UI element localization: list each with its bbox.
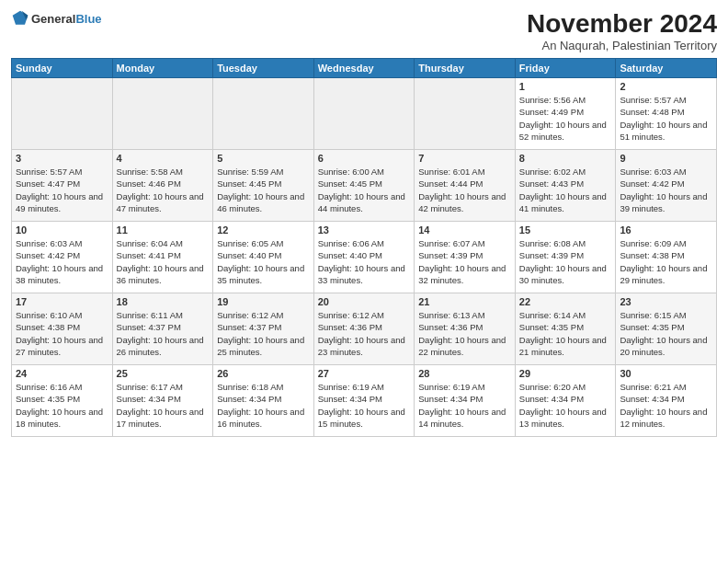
title-block: November 2024 An Naqurah, Palestinian Te… xyxy=(527,9,717,52)
calendar-cell-1-6: 9Sunrise: 6:03 AMSunset: 4:42 PMDaylight… xyxy=(616,150,717,222)
header-friday: Friday xyxy=(515,59,616,78)
header-wednesday: Wednesday xyxy=(313,59,415,78)
sunrise-text: Sunrise: 6:13 AM xyxy=(418,309,511,321)
sunrise-text: Sunrise: 5:58 AM xyxy=(117,166,210,178)
sunset-text: Sunset: 4:34 PM xyxy=(217,393,310,405)
sunrise-text: Sunrise: 6:06 AM xyxy=(318,237,411,249)
sunrise-text: Sunrise: 6:02 AM xyxy=(519,166,612,178)
cell-info: Sunrise: 6:07 AMSunset: 4:39 PMDaylight:… xyxy=(418,237,511,286)
calendar-cell-4-6: 30Sunrise: 6:21 AMSunset: 4:34 PMDayligh… xyxy=(616,365,717,437)
cell-info: Sunrise: 5:58 AMSunset: 4:46 PMDaylight:… xyxy=(117,166,210,214)
daylight-text: Daylight: 10 hours and 46 minutes. xyxy=(217,190,310,215)
cell-info: Sunrise: 6:09 AMSunset: 4:38 PMDaylight:… xyxy=(620,237,712,286)
calendar-cell-2-2: 12Sunrise: 6:05 AMSunset: 4:40 PMDayligh… xyxy=(213,222,314,293)
sunset-text: Sunset: 4:38 PM xyxy=(620,249,712,261)
calendar-cell-0-4 xyxy=(415,78,516,150)
day-number: 17 xyxy=(16,296,108,307)
daylight-text: Daylight: 10 hours and 44 minutes. xyxy=(318,190,411,215)
week-row-3: 10Sunrise: 6:03 AMSunset: 4:42 PMDayligh… xyxy=(12,222,717,293)
sunset-text: Sunset: 4:39 PM xyxy=(519,249,612,261)
cell-info: Sunrise: 6:08 AMSunset: 4:39 PMDaylight:… xyxy=(519,237,612,286)
daylight-text: Daylight: 10 hours and 15 minutes. xyxy=(318,406,411,431)
daylight-text: Daylight: 10 hours and 27 minutes. xyxy=(16,334,108,359)
daylight-text: Daylight: 10 hours and 12 minutes. xyxy=(620,406,712,431)
header-thursday: Thursday xyxy=(415,59,516,78)
sunrise-text: Sunrise: 6:05 AM xyxy=(217,237,310,249)
sunrise-text: Sunrise: 6:14 AM xyxy=(519,309,612,321)
sunrise-text: Sunrise: 5:57 AM xyxy=(16,166,108,178)
sunset-text: Sunset: 4:35 PM xyxy=(519,321,612,333)
cell-info: Sunrise: 6:13 AMSunset: 4:36 PMDaylight:… xyxy=(418,309,511,358)
daylight-text: Daylight: 10 hours and 17 minutes. xyxy=(117,406,210,431)
calendar-cell-3-2: 19Sunrise: 6:12 AMSunset: 4:37 PMDayligh… xyxy=(213,293,314,365)
day-number: 8 xyxy=(519,153,612,164)
cell-info: Sunrise: 6:03 AMSunset: 4:42 PMDaylight:… xyxy=(620,166,712,214)
sunrise-text: Sunrise: 6:09 AM xyxy=(620,237,712,249)
header-monday: Monday xyxy=(112,59,213,78)
calendar-cell-1-4: 7Sunrise: 6:01 AMSunset: 4:44 PMDaylight… xyxy=(415,150,516,222)
calendar-cell-0-6: 2Sunrise: 5:57 AMSunset: 4:48 PMDaylight… xyxy=(616,78,717,150)
daylight-text: Daylight: 10 hours and 26 minutes. xyxy=(117,334,210,359)
calendar-cell-1-3: 6Sunrise: 6:00 AMSunset: 4:45 PMDaylight… xyxy=(313,150,415,222)
day-number: 16 xyxy=(620,224,712,236)
sunrise-text: Sunrise: 6:07 AM xyxy=(418,237,511,249)
cell-info: Sunrise: 6:19 AMSunset: 4:34 PMDaylight:… xyxy=(318,381,411,430)
cell-info: Sunrise: 6:06 AMSunset: 4:40 PMDaylight:… xyxy=(318,237,411,286)
sunrise-text: Sunrise: 6:18 AM xyxy=(217,381,310,393)
cell-info: Sunrise: 6:16 AMSunset: 4:35 PMDaylight:… xyxy=(16,381,108,430)
sunrise-text: Sunrise: 6:03 AM xyxy=(16,237,108,249)
page-subtitle: An Naqurah, Palestinian Territory xyxy=(527,39,717,52)
sunrise-text: Sunrise: 6:21 AM xyxy=(620,381,712,393)
cell-info: Sunrise: 6:10 AMSunset: 4:38 PMDaylight:… xyxy=(16,309,108,358)
daylight-text: Daylight: 10 hours and 18 minutes. xyxy=(16,406,108,431)
sunset-text: Sunset: 4:41 PM xyxy=(117,249,210,261)
calendar-cell-4-4: 28Sunrise: 6:19 AMSunset: 4:34 PMDayligh… xyxy=(415,365,516,437)
sunrise-text: Sunrise: 5:59 AM xyxy=(217,166,310,178)
day-number: 2 xyxy=(620,81,712,92)
calendar-cell-2-3: 13Sunrise: 6:06 AMSunset: 4:40 PMDayligh… xyxy=(313,222,415,293)
calendar-cell-2-1: 11Sunrise: 6:04 AMSunset: 4:41 PMDayligh… xyxy=(112,222,213,293)
sunset-text: Sunset: 4:37 PM xyxy=(217,321,310,333)
header-tuesday: Tuesday xyxy=(213,59,314,78)
cell-info: Sunrise: 5:56 AMSunset: 4:49 PMDaylight:… xyxy=(519,94,612,143)
cell-info: Sunrise: 5:57 AMSunset: 4:47 PMDaylight:… xyxy=(16,166,108,214)
daylight-text: Daylight: 10 hours and 25 minutes. xyxy=(217,334,310,359)
sunset-text: Sunset: 4:42 PM xyxy=(16,249,108,261)
sunset-text: Sunset: 4:38 PM xyxy=(16,321,108,333)
logo: GeneralBlue xyxy=(11,9,102,28)
daylight-text: Daylight: 10 hours and 13 minutes. xyxy=(519,406,612,431)
sunrise-text: Sunrise: 6:19 AM xyxy=(418,381,511,393)
cell-info: Sunrise: 6:11 AMSunset: 4:37 PMDaylight:… xyxy=(117,309,210,358)
sunrise-text: Sunrise: 6:15 AM xyxy=(620,309,712,321)
calendar-cell-2-5: 15Sunrise: 6:08 AMSunset: 4:39 PMDayligh… xyxy=(515,222,616,293)
day-number: 25 xyxy=(117,368,210,379)
day-number: 22 xyxy=(519,296,612,307)
daylight-text: Daylight: 10 hours and 39 minutes. xyxy=(620,190,712,215)
daylight-text: Daylight: 10 hours and 30 minutes. xyxy=(519,262,612,287)
calendar-cell-0-0 xyxy=(12,78,113,150)
daylight-text: Daylight: 10 hours and 14 minutes. xyxy=(418,406,511,431)
cell-info: Sunrise: 6:03 AMSunset: 4:42 PMDaylight:… xyxy=(16,237,108,286)
calendar-cell-2-4: 14Sunrise: 6:07 AMSunset: 4:39 PMDayligh… xyxy=(415,222,516,293)
day-number: 1 xyxy=(519,81,612,92)
daylight-text: Daylight: 10 hours and 33 minutes. xyxy=(318,262,411,287)
cell-info: Sunrise: 6:12 AMSunset: 4:37 PMDaylight:… xyxy=(217,309,310,358)
cell-info: Sunrise: 5:59 AMSunset: 4:45 PMDaylight:… xyxy=(217,166,310,214)
sunset-text: Sunset: 4:37 PM xyxy=(117,321,210,333)
calendar-cell-3-1: 18Sunrise: 6:11 AMSunset: 4:37 PMDayligh… xyxy=(112,293,213,365)
sunset-text: Sunset: 4:34 PM xyxy=(117,393,210,405)
day-number: 21 xyxy=(418,296,511,307)
day-number: 20 xyxy=(318,296,411,307)
sunrise-text: Sunrise: 5:56 AM xyxy=(519,94,612,106)
sunset-text: Sunset: 4:34 PM xyxy=(318,393,411,405)
day-number: 4 xyxy=(117,153,210,164)
daylight-text: Daylight: 10 hours and 47 minutes. xyxy=(117,190,210,215)
day-number: 26 xyxy=(217,368,310,379)
cell-info: Sunrise: 6:14 AMSunset: 4:35 PMDaylight:… xyxy=(519,309,612,358)
sunset-text: Sunset: 4:43 PM xyxy=(519,178,612,190)
calendar-cell-4-0: 24Sunrise: 6:16 AMSunset: 4:35 PMDayligh… xyxy=(12,365,113,437)
sunrise-text: Sunrise: 6:16 AM xyxy=(16,381,108,393)
day-number: 28 xyxy=(418,368,511,379)
cell-info: Sunrise: 6:15 AMSunset: 4:35 PMDaylight:… xyxy=(620,309,712,358)
cell-info: Sunrise: 6:19 AMSunset: 4:34 PMDaylight:… xyxy=(418,381,511,430)
